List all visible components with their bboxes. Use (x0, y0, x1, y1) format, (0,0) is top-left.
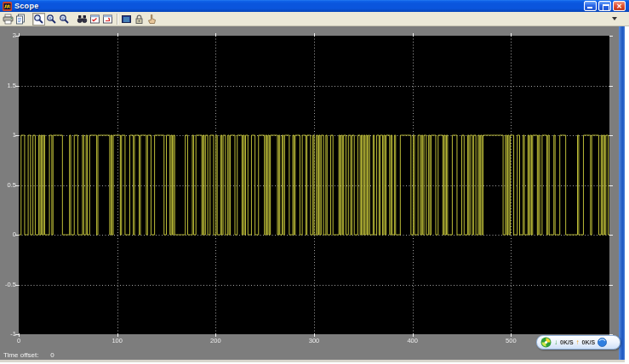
window-right-border (619, 26, 625, 360)
lock-axes-button[interactable] (133, 13, 146, 26)
minimize-button[interactable] (584, 1, 597, 11)
window-title: Scope (14, 0, 584, 12)
x-tick-label: 100 (105, 338, 130, 344)
zoom-y-button[interactable]: y (58, 13, 71, 26)
print-button[interactable] (2, 13, 14, 26)
toolbar-overflow-arrow-icon[interactable] (612, 17, 617, 20)
x-tick-label: 0 (6, 338, 31, 344)
toolbar: xy (0, 12, 629, 26)
toolbar-separator (117, 14, 117, 25)
scope-app-icon (3, 2, 12, 11)
zoom-button[interactable] (32, 13, 45, 26)
save-axes-button[interactable] (89, 13, 101, 26)
restore-axes-button[interactable] (101, 13, 114, 26)
window-bottom-border (0, 360, 625, 362)
signal-selection-icon (146, 14, 157, 25)
autoscale-button[interactable] (76, 13, 89, 26)
time-offset-label: Time offset: (3, 351, 38, 359)
close-button[interactable]: ✕ (613, 1, 626, 11)
x-tick-label: 500 (498, 338, 523, 344)
y-tick-label: 0.5 (0, 182, 16, 189)
minimize-icon (585, 2, 596, 10)
upload-arrow-icon: ↑ (576, 339, 580, 346)
restore-axes-icon (102, 14, 113, 25)
parameters-icon (15, 14, 26, 25)
y-tick-label: -1 (0, 331, 16, 338)
plot-area[interactable] (0, 26, 619, 360)
y-tick-label: 1 (0, 132, 16, 139)
x-tick-label: 200 (203, 338, 228, 344)
autoscale-icon (77, 14, 88, 25)
blue-globe-icon (598, 338, 607, 347)
floating-scope-button[interactable] (120, 13, 133, 26)
network-speed-widget[interactable]: ↓ 0K/S ↑ 0K/S (536, 335, 620, 350)
zoom-icon (33, 14, 44, 25)
y-tick-label: -0.5 (0, 282, 16, 288)
restore-button[interactable] (598, 1, 611, 11)
figure-area: Time offset:0 21.510.50-0.5-101002003004… (0, 26, 619, 360)
lock-axes-icon (134, 14, 145, 25)
close-icon: ✕ (614, 2, 625, 10)
save-axes-icon (89, 14, 100, 25)
zoom-x-button[interactable]: x (45, 13, 58, 26)
x-tick-label: 300 (301, 338, 327, 344)
parameters-button[interactable] (14, 13, 27, 26)
download-speed: 0K/S (560, 339, 574, 345)
signal-selection-button[interactable] (146, 13, 158, 26)
titlebar[interactable]: Scope ✕ (0, 0, 629, 12)
zoom-x-icon: x (46, 14, 57, 25)
y-tick-label: 1.5 (0, 82, 16, 89)
y-tick-label: 2 (0, 32, 16, 39)
pinwheel-icon (540, 337, 552, 348)
download-arrow-icon: ↓ (554, 339, 558, 346)
y-tick-label: 0 (0, 231, 16, 238)
print-icon (3, 14, 14, 25)
restore-icon (599, 2, 610, 10)
scope-window: Scope ✕ xy Time offset:0 21.510.50-0.5-1… (0, 0, 629, 364)
zoom-y-icon: y (59, 14, 70, 25)
time-offset-value: 0 (50, 351, 54, 359)
x-tick-label: 400 (400, 338, 426, 344)
time-offset: Time offset:0 (3, 351, 54, 359)
floating-scope-icon (121, 14, 132, 25)
upload-speed: 0K/S (582, 339, 596, 345)
